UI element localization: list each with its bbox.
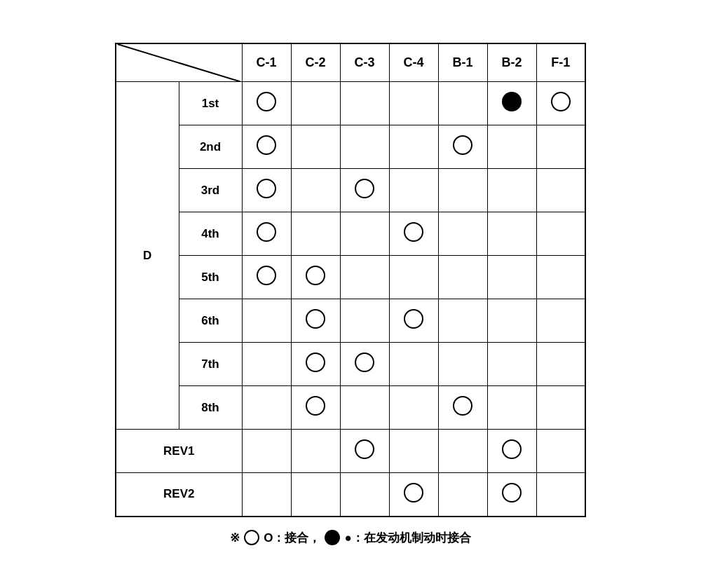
col-header-b2: B-2 — [487, 43, 536, 82]
open-circle — [453, 135, 472, 155]
cell — [536, 256, 585, 299]
cell — [389, 82, 438, 125]
cell — [291, 386, 340, 430]
cell — [242, 299, 291, 343]
cell — [340, 125, 389, 169]
cell — [389, 212, 438, 256]
cell — [242, 386, 291, 430]
cell — [487, 343, 536, 386]
table-row: 2nd — [116, 125, 585, 169]
col-header-c1: C-1 — [242, 43, 291, 82]
table-row: 4th — [116, 212, 585, 256]
cell — [487, 430, 536, 473]
cell — [340, 212, 389, 256]
corner-cell — [116, 43, 242, 82]
open-circle — [355, 179, 374, 198]
cell — [487, 473, 536, 517]
open-circle — [306, 353, 325, 372]
cell — [487, 212, 536, 256]
col-header-b1: B-1 — [438, 43, 487, 82]
cell — [340, 386, 389, 430]
sub-label: 7th — [179, 343, 242, 386]
note: ※ O：接合， ●：在发动机制动时接合 — [230, 530, 471, 546]
cell — [291, 343, 340, 386]
cell — [536, 343, 585, 386]
note-open-label: O：接合， — [264, 530, 320, 546]
cell — [389, 169, 438, 212]
open-circle — [306, 266, 325, 285]
cell — [389, 430, 438, 473]
cell — [340, 343, 389, 386]
table-row: 8th — [116, 386, 585, 430]
cell — [242, 430, 291, 473]
open-circle — [257, 266, 276, 285]
rev-label: REV2 — [116, 473, 242, 517]
cell — [291, 473, 340, 517]
table-row: 7th — [116, 343, 585, 386]
cell — [242, 82, 291, 125]
cell — [487, 299, 536, 343]
open-circle — [355, 353, 374, 372]
cell — [487, 169, 536, 212]
rev-label: REV1 — [116, 430, 242, 473]
cell — [291, 169, 340, 212]
cell — [291, 299, 340, 343]
cell — [487, 386, 536, 430]
cell — [242, 169, 291, 212]
open-circle — [502, 483, 522, 502]
filled-circle — [502, 92, 522, 111]
cell — [536, 430, 585, 473]
open-circle — [306, 309, 325, 329]
cell — [340, 430, 389, 473]
cell — [536, 386, 585, 430]
cell — [389, 125, 438, 169]
cell — [242, 343, 291, 386]
rev-row: REV1 — [116, 430, 585, 473]
cell — [242, 125, 291, 169]
cell — [487, 125, 536, 169]
cell — [536, 473, 585, 517]
cell — [438, 386, 487, 430]
cell — [438, 256, 487, 299]
cell — [438, 125, 487, 169]
cell — [291, 82, 340, 125]
open-circle — [551, 92, 571, 111]
cell — [389, 343, 438, 386]
cell — [438, 430, 487, 473]
note-filled-label: ●：在发动机制动时接合 — [344, 530, 470, 546]
group-label-D: D — [116, 82, 179, 430]
cell — [438, 212, 487, 256]
cell — [536, 125, 585, 169]
table-row: 5th — [116, 256, 585, 299]
cell — [536, 82, 585, 125]
cell — [438, 82, 487, 125]
cell — [340, 473, 389, 517]
open-circle — [257, 92, 276, 111]
sub-label: 3rd — [179, 169, 242, 212]
cell — [438, 299, 487, 343]
cell — [536, 299, 585, 343]
cell — [536, 212, 585, 256]
cell — [389, 299, 438, 343]
cell — [438, 169, 487, 212]
svg-line-0 — [118, 44, 240, 82]
cell — [389, 256, 438, 299]
open-circle — [404, 222, 423, 242]
cell — [389, 473, 438, 517]
cell — [340, 256, 389, 299]
cell — [389, 386, 438, 430]
cell — [291, 256, 340, 299]
cell — [291, 125, 340, 169]
table-row: D1st — [116, 82, 585, 125]
open-circle — [453, 396, 472, 416]
cell — [487, 82, 536, 125]
engagement-table: C-1 C-2 C-3 C-4 B-1 B-2 F-1 D1st2nd3rd4t… — [115, 43, 586, 517]
col-header-c3: C-3 — [340, 43, 389, 82]
open-circle — [502, 439, 522, 459]
cell — [340, 299, 389, 343]
cell — [242, 212, 291, 256]
open-circle — [404, 309, 423, 329]
open-circle — [404, 483, 423, 502]
open-circle — [257, 135, 276, 155]
filled-circle-icon — [325, 530, 340, 545]
